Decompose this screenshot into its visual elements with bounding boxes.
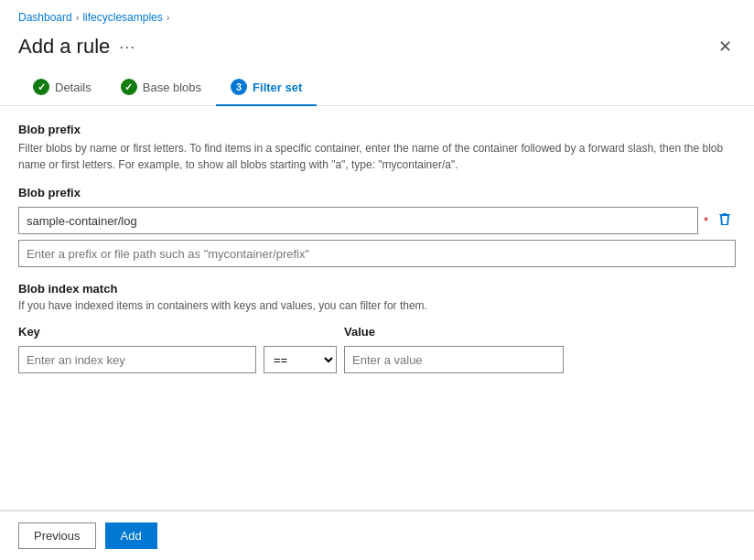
blob-prefix-section-title: Blob prefix — [18, 123, 736, 136]
add-button[interactable]: Add — [105, 522, 157, 549]
key-column-label: Key — [18, 325, 256, 339]
close-button[interactable]: ✕ — [715, 33, 736, 60]
index-column-headers: Key Value — [18, 325, 736, 339]
tab-details-label: Details — [55, 81, 92, 94]
index-key-input[interactable] — [18, 346, 256, 373]
prefix-input-1[interactable] — [18, 207, 698, 234]
prefix-row-1: * — [18, 207, 736, 234]
tab-base-blobs-icon: ✓ — [121, 79, 137, 95]
svg-rect-0 — [719, 214, 730, 215]
tab-filter-set-label: Filter set — [253, 81, 302, 94]
tab-filter-set-icon: 3 — [231, 79, 247, 95]
blob-index-section-title: Blob index match — [18, 282, 736, 296]
tabs-bar: ✓ Details ✓ Base blobs 3 Filter set — [0, 70, 754, 106]
previous-button[interactable]: Previous — [18, 522, 96, 549]
index-row-1: == < > <= >= — [18, 346, 736, 373]
breadcrumb: Dashboard › lifecyclesamples › — [0, 0, 754, 29]
operator-select[interactable]: == < > <= >= — [264, 346, 337, 373]
tab-details-icon: ✓ — [33, 79, 49, 95]
tab-base-blobs-label: Base blobs — [143, 81, 201, 94]
prefix-input-2[interactable] — [18, 240, 736, 267]
trash-icon — [717, 212, 732, 227]
page-header: Add a rule ··· ✕ — [0, 29, 754, 70]
breadcrumb-sep-2: › — [167, 12, 170, 23]
breadcrumb-sep-1: › — [76, 12, 80, 23]
tab-base-blobs[interactable]: ✓ Base blobs — [106, 70, 216, 106]
delete-prefix-button[interactable] — [714, 210, 736, 232]
tab-filter-set[interactable]: 3 Filter set — [216, 70, 317, 106]
required-star: * — [704, 214, 708, 228]
prefix-row-2 — [18, 240, 736, 267]
blob-prefix-section-desc: Filter blobs by name or first letters. T… — [18, 140, 736, 173]
page-title: Add a rule — [18, 35, 110, 59]
blob-index-section-desc: If you have indexed items in containers … — [18, 299, 736, 312]
main-content: Blob prefix Filter blobs by name or firs… — [0, 106, 754, 510]
blob-prefix-label: Blob prefix — [18, 186, 736, 199]
breadcrumb-lifecyclesamples[interactable]: lifecyclesamples — [82, 11, 162, 24]
index-value-input[interactable] — [344, 346, 564, 373]
value-column-label: Value — [344, 325, 564, 339]
more-options-button[interactable]: ··· — [119, 38, 135, 57]
tab-details[interactable]: ✓ Details — [18, 70, 106, 106]
breadcrumb-dashboard[interactable]: Dashboard — [18, 11, 72, 24]
blob-index-section: Blob index match If you have indexed ite… — [18, 282, 736, 373]
footer: Previous Add — [0, 511, 754, 560]
